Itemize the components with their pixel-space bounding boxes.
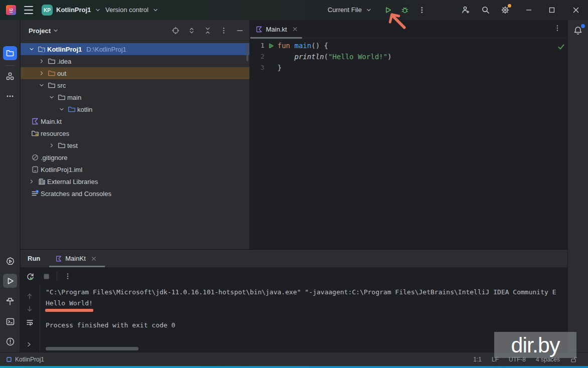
inspections-status-button[interactable] [557,43,565,51]
line-number[interactable]: 1 [249,40,264,51]
function-name: main [295,42,312,50]
editor-area[interactable]: Main.kt 1 fun main() { 2 println("Hello … [249,20,567,249]
tree-item-idea[interactable]: .idea [21,55,249,67]
project-badge[interactable]: KP [42,5,53,16]
expand-gutter-button[interactable] [26,341,33,348]
code-line-2: 2 println("Hello World!") [249,51,567,62]
chevron-collapsed-icon[interactable] [47,141,56,149]
notifications-button[interactable] [572,25,584,37]
maximize-icon [548,7,555,14]
line-number[interactable]: 2 [249,51,264,62]
maximize-button[interactable] [541,0,563,20]
tree-item-kotlin[interactable]: kotlin [21,103,249,115]
tree-item-out[interactable]: out [21,67,249,79]
chevron-expanded-icon[interactable] [57,105,66,113]
run-configuration-selector[interactable]: Current File [328,6,372,14]
hamburger-menu-icon[interactable] [24,6,33,14]
run-window-icon [6,276,15,286]
tree-item-project-root[interactable]: KotlinProj1 D:\KotlinProj1 [21,43,249,55]
collapse-all-button[interactable] [202,25,213,36]
indent [277,53,295,61]
project-selector[interactable]: KotlinProj1 [56,6,101,14]
tree-item-test[interactable]: test [21,139,249,151]
tree-item-path: D:\KotlinProj1 [86,46,126,53]
locate-file-button[interactable] [170,25,181,36]
project-root-folder-icon [37,45,46,53]
terminal-tool-button[interactable] [3,314,17,328]
panel-options-button[interactable] [218,25,229,36]
chevron-collapsed-icon[interactable] [37,69,46,77]
more-tools-button[interactable] [3,89,17,103]
chevron-down-icon [153,7,159,13]
scroll-up-button[interactable] [25,292,34,301]
tree-item-src[interactable]: src [21,79,249,91]
tab-label: MainKt [65,255,85,262]
source-root-folder-icon [67,105,76,113]
active-tab-underline [250,37,302,39]
minimize-button[interactable] [518,0,540,20]
project-scrollbar[interactable] [246,44,248,61]
code-with-me-button[interactable] [460,5,471,16]
stop-button[interactable] [41,271,52,282]
tab-main-kt[interactable]: Main.kt [249,20,303,39]
project-tool-button[interactable] [3,46,17,60]
rerun-button[interactable] [25,271,36,282]
watermark-text: dir.by [511,332,560,358]
run-panel-title[interactable]: Run [28,255,40,262]
tree-item-label: .gitignore [41,154,67,161]
close-button[interactable] [565,0,587,20]
tree-item-main-kt[interactable]: Main.kt [21,115,249,127]
stop-icon [43,273,50,280]
build-tool-button[interactable] [3,294,17,308]
hide-panel-button[interactable] [234,25,245,36]
function-call-println: println [295,53,324,61]
structure-tool-button[interactable] [3,69,17,83]
tree-item-gitignore[interactable]: .gitignore [21,151,249,163]
intellij-logo-icon: IJ [6,5,16,15]
project-panel-header: Project [21,20,249,41]
strip-divider [5,65,15,66]
intellij-window: IJ KP KotlinProj1 Version control Curren… [0,0,588,368]
code-editor[interactable]: 1 fun main() { 2 println("Hello World!")… [249,40,567,73]
more-actions-button[interactable] [416,5,427,16]
console-horizontal-scrollbar[interactable] [46,347,138,350]
hammer-icon [6,297,15,306]
run-button[interactable] [383,5,394,16]
close-tab-icon[interactable] [292,26,298,32]
soft-wrap-button[interactable] [25,317,34,326]
tree-item-iml[interactable]: KotlinProj1.iml [21,163,249,175]
chevron-expanded-icon[interactable] [27,45,36,53]
console-output[interactable]: "C:\Program Files\Microsoft\jdk-11.0.16.… [46,287,567,331]
chevron-collapsed-icon[interactable] [27,177,36,186]
line-number[interactable]: 3 [249,62,264,73]
close-tab-icon[interactable] [91,256,97,262]
chevron-collapsed-icon[interactable] [37,57,46,65]
tree-item-scratches[interactable]: Scratches and Consoles [21,188,249,200]
tree-item-main[interactable]: main [21,91,249,103]
search-icon [481,5,491,15]
problems-tool-button[interactable] [3,334,17,348]
run-gutter-icon[interactable] [264,43,277,49]
scroll-down-button[interactable] [25,304,34,313]
chevron-expanded-icon[interactable] [47,93,56,101]
expand-all-button[interactable] [186,25,197,36]
cursor-position-widget[interactable]: 1:1 [473,356,482,363]
settings-button[interactable] [500,5,511,16]
chevron-expanded-icon[interactable] [37,81,46,89]
search-everywhere-button[interactable] [480,5,491,16]
services-tool-button[interactable] [3,254,17,268]
debug-button[interactable] [399,5,410,16]
tree-item-resources[interactable]: resources [21,127,249,139]
console-options-button[interactable] [62,271,73,282]
run-tool-button[interactable] [3,274,17,288]
version-control-menu[interactable]: Version control [105,6,159,14]
tab-mainkt[interactable]: MainKt [51,250,100,267]
project-folder-icon [6,49,15,58]
project-panel-title: Project [29,27,51,35]
project-panel: Project [21,20,249,249]
editor-options-button[interactable] [553,24,561,32]
tree-item-external-libraries[interactable]: External Libraries [21,175,249,188]
resources-folder-icon [31,129,39,137]
project-view-selector[interactable]: Project [29,27,59,35]
kebab-menu-icon [418,6,426,14]
